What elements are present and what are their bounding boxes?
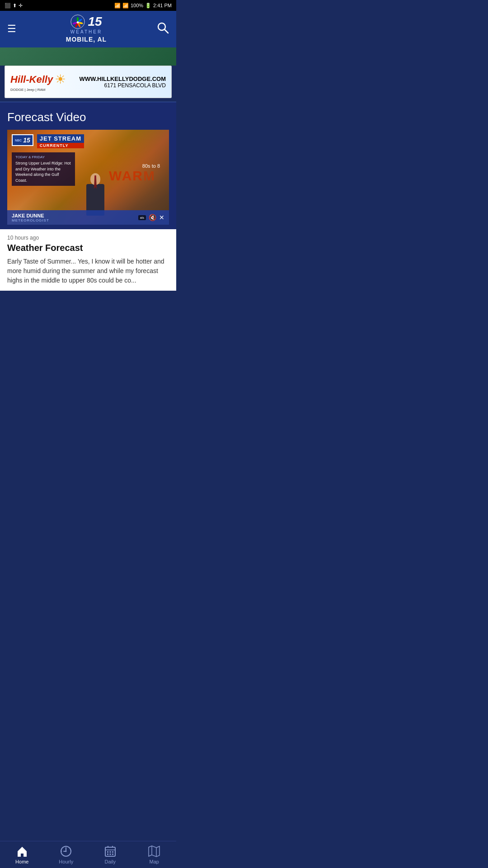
ad-logo: Hill-Kelly ☀ DODGE | Jeep | RAM (10, 72, 66, 92)
article-title: Weather Forecast (7, 243, 169, 253)
weather-label: WEATHER (66, 29, 107, 34)
channel-number: 15 (88, 15, 102, 28)
header-center: 15 WEATHER MOBILE, AL (66, 14, 107, 43)
ad-brand-name: Hill-Kelly (10, 75, 53, 85)
article-section: 10 hours ago Weather Forecast Early Tast… (0, 229, 176, 291)
badge-nbc-text: NBC (15, 139, 22, 142)
video-player[interactable]: NBC 15 JET STREAM CURRENTLY TODAY & FRID… (7, 130, 169, 225)
video-controls[interactable]: ats 🔇 ✕ (138, 214, 164, 221)
article-description: Early Taste of Summer... Yes, I know it … (7, 257, 169, 285)
ad-brands: DODGE | Jeep | RAM (10, 88, 46, 92)
forecast-title: Forecast Video (7, 110, 169, 124)
forecast-section: Forecast Video NBC 15 JET STREAM CURRENT… (0, 102, 176, 229)
ad-url: WWW.HILLKELLYDODGE.COM (79, 75, 166, 82)
temp-label: 80s to 8 (142, 163, 160, 169)
time-label: 2:41 PM (153, 3, 172, 8)
video-top-bar: NBC 15 JET STREAM CURRENTLY (12, 134, 84, 148)
menu-button[interactable]: ☰ (7, 24, 16, 34)
upload-icon: ⬆ (13, 3, 17, 9)
mute-icon[interactable]: 🔇 (149, 214, 156, 221)
map-strip (0, 47, 176, 66)
close-video-icon[interactable]: ✕ (159, 214, 164, 221)
nbc15-video-badge: NBC 15 (12, 134, 33, 146)
jet-stream-label: JET STREAM CURRENTLY (37, 134, 84, 148)
ad-sun-icon: ☀ (55, 72, 66, 87)
location-label: MOBILE, AL (66, 36, 107, 43)
nbc-peacock-icon (70, 14, 85, 29)
video-info-title: TODAY & FRIDAY (15, 155, 71, 160)
status-bar: ⬛ ⬆ ✛ 📶 📶 100% 🔋 2:41 PM (0, 0, 176, 11)
status-right: 📶 📶 100% 🔋 2:41 PM (114, 3, 172, 9)
video-bottom-bar: JAKE DUNNE METEOROLOGIST ats 🔇 ✕ (7, 210, 169, 225)
battery-icon: 🔋 (145, 3, 151, 9)
photo-icon: ⬛ (5, 3, 11, 9)
jet-stream-currently: CURRENTLY (37, 143, 84, 148)
ad-content: Hill-Kelly ☀ DODGE | Jeep | RAM WWW.HILL… (5, 66, 171, 98)
signal-icon: 📶 (122, 3, 129, 9)
battery-label: 100% (131, 3, 143, 8)
status-left: ⬛ ⬆ ✛ (5, 3, 23, 9)
logo-container: 15 (66, 14, 107, 29)
meteorologist-info: JAKE DUNNE METEOROLOGIST (12, 213, 49, 222)
move-icon: ✛ (19, 3, 23, 9)
video-info-text: Strong Upper Level Ridge: Hot and Dry We… (15, 160, 71, 183)
ad-banner[interactable]: Hill-Kelly ☀ DODGE | Jeep | RAM WWW.HILL… (5, 66, 172, 98)
wifi-icon: 📶 (114, 3, 121, 9)
warm-text: WARM (109, 168, 155, 184)
met-title: METEOROLOGIST (12, 218, 49, 222)
badge-15-text: 15 (23, 137, 30, 144)
svg-line-9 (164, 29, 168, 33)
ad-address: 6171 PENSACOLA BLVD (79, 82, 166, 89)
ad-contact: WWW.HILLKELLYDODGE.COM 6171 PENSACOLA BL… (79, 75, 166, 89)
search-button[interactable] (156, 21, 169, 37)
app-header: ☰ 15 WEATHER MOBILE, AL (0, 11, 176, 47)
svg-point-7 (77, 21, 79, 24)
jet-stream-title: JET STREAM (37, 134, 84, 143)
video-info-box: TODAY & FRIDAY Strong Upper Level Ridge:… (12, 152, 75, 186)
meteorologist-figure (86, 173, 104, 216)
met-name: JAKE DUNNE (12, 213, 49, 218)
article-time: 10 hours ago (7, 235, 169, 241)
ats-badge: ats (138, 215, 146, 220)
